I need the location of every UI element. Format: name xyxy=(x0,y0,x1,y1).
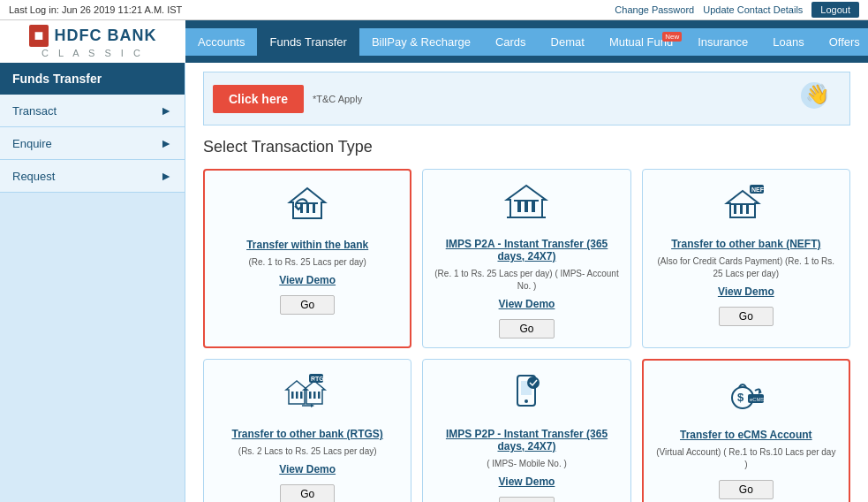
sidebar-item-enquire[interactable]: Enquire ► xyxy=(0,127,185,160)
svg-rect-10 xyxy=(532,202,535,212)
imps-p2p-desc: ( IMPS- Mobile No. ) xyxy=(487,458,567,470)
svg-rect-8 xyxy=(517,202,521,212)
bank-name: HDFC BANK xyxy=(54,27,156,45)
nav-bar: Accounts Funds Transfer BillPay & Rechar… xyxy=(185,28,868,56)
imps-p2p-icon xyxy=(503,374,549,419)
top-bar-right: Change Password Update Contact Details L… xyxy=(615,2,859,18)
tx-card-imps-p2p[interactable]: IMPS P2P - Instant Transfer (365 days, 2… xyxy=(422,359,630,502)
rtgs-go-button[interactable]: Go xyxy=(280,484,335,502)
imps-p2a-view-demo[interactable]: View Demo xyxy=(499,298,555,310)
promo-banner: Click here *T&C Apply 👋 xyxy=(203,72,850,126)
svg-text:NEFT: NEFT xyxy=(751,186,768,193)
svg-rect-17 xyxy=(740,205,743,214)
rtgs-view-demo[interactable]: View Demo xyxy=(279,463,336,475)
nav-loans[interactable]: Loans xyxy=(760,28,816,56)
logo-classic: C L A S S I C xyxy=(42,48,144,58)
nav-mutual-fund[interactable]: Mutual Fund New xyxy=(597,28,685,56)
rtgs-desc: (Rs. 2 Lacs to Rs. 25 Lacs per day) xyxy=(238,445,377,458)
change-password-link[interactable]: Change Password xyxy=(615,4,694,15)
last-login: Last Log in: Jun 26 2019 11:21 A.M. IST xyxy=(9,4,182,15)
tx-card-imps-p2a[interactable]: IMPS P2A - Instant Transfer (365 days, 2… xyxy=(422,169,630,348)
tx-card-neft[interactable]: NEFT Transfer to other bank (NEFT) (Also… xyxy=(642,169,850,348)
ecms-title[interactable]: Transfer to eCMS Account xyxy=(680,429,812,441)
banner-icon: 👋 xyxy=(796,78,841,119)
svg-rect-28 xyxy=(313,392,316,399)
section-title: Select Transaction Type xyxy=(203,138,850,156)
svg-rect-9 xyxy=(525,202,528,212)
ecms-icon: $ eCMS xyxy=(723,375,769,420)
svg-rect-18 xyxy=(746,205,749,214)
update-contact-link[interactable]: Update Contact Details xyxy=(703,4,803,15)
tx-card-rtgs[interactable]: RTGS Transfer to xyxy=(203,359,411,502)
transaction-grid: Transfer within the bank (Re. 1 to Rs. 2… xyxy=(203,169,850,502)
svg-text:$: $ xyxy=(737,391,744,404)
ecms-go-button[interactable]: Go xyxy=(719,480,774,499)
new-badge: New xyxy=(662,32,682,42)
rtgs-title[interactable]: Transfer to other bank (RTGS) xyxy=(231,428,382,440)
content-area: Click here *T&C Apply 👋 Select Transacti… xyxy=(185,63,868,502)
sidebar-item-transact[interactable]: Transact ► xyxy=(0,95,185,127)
sidebar-item-request[interactable]: Request ► xyxy=(0,160,185,193)
svg-rect-25 xyxy=(300,392,303,399)
header: ■ HDFC BANK C L A S S I C Accounts Funds… xyxy=(0,20,868,63)
svg-text:eCMS: eCMS xyxy=(750,397,765,402)
within-bank-desc: (Re. 1 to Rs. 25 Lacs per day) xyxy=(248,256,366,269)
neft-desc: (Also for Credit Cards Payment) (Re. 1 t… xyxy=(653,255,839,280)
arrow-icon: ► xyxy=(160,169,172,183)
imps-p2a-desc: (Re. 1 to Rs. 25 Lacs per day) ( IMPS- A… xyxy=(434,268,619,293)
svg-rect-27 xyxy=(309,392,312,399)
within-bank-go-button[interactable]: Go xyxy=(280,295,335,315)
ecms-desc: (Virtual Account) ( Re.1 to Rs.10 Lacs p… xyxy=(654,446,838,471)
svg-rect-23 xyxy=(291,392,294,399)
svg-rect-6 xyxy=(297,202,318,204)
nav-demat[interactable]: Demat xyxy=(539,28,597,56)
within-bank-view-demo[interactable]: View Demo xyxy=(279,274,336,286)
nav-funds-transfer[interactable]: Funds Transfer xyxy=(257,28,359,56)
svg-rect-24 xyxy=(296,392,298,399)
neft-go-button[interactable]: Go xyxy=(719,307,774,326)
within-bank-title[interactable]: Transfer within the bank xyxy=(246,239,368,251)
neft-icon: NEFT xyxy=(723,184,769,229)
svg-text:👋: 👋 xyxy=(805,82,830,106)
nav-accounts[interactable]: Accounts xyxy=(185,28,257,56)
nav-offers[interactable]: Offers xyxy=(817,28,868,56)
svg-point-35 xyxy=(525,399,528,403)
main-layout: Funds Transfer Transact ► Enquire ► Requ… xyxy=(0,63,868,502)
svg-rect-3 xyxy=(300,204,303,213)
logo-top: ■ HDFC BANK xyxy=(29,25,157,47)
nav-insurance[interactable]: Insurance xyxy=(685,28,760,56)
logo-area: ■ HDFC BANK C L A S S I C xyxy=(0,20,185,63)
hdfc-logo-icon: ■ xyxy=(29,25,49,47)
arrow-icon: ► xyxy=(160,136,172,150)
neft-view-demo[interactable]: View Demo xyxy=(718,285,774,298)
imps-p2a-title[interactable]: IMPS P2A - Instant Transfer (365 days, 2… xyxy=(434,238,619,262)
rtgs-icon: RTGS xyxy=(284,374,330,419)
click-here-button[interactable]: Click here xyxy=(213,85,304,113)
nav-cards[interactable]: Cards xyxy=(483,28,539,56)
sidebar-title: Funds Transfer xyxy=(0,63,185,95)
svg-rect-5 xyxy=(313,204,315,213)
tx-card-within-bank[interactable]: Transfer within the bank (Re. 1 to Rs. 2… xyxy=(203,169,411,348)
sidebar: Funds Transfer Transact ► Enquire ► Requ… xyxy=(0,63,185,502)
banner-tc: *T&C Apply xyxy=(313,94,362,104)
neft-title[interactable]: Transfer to other bank (NEFT) xyxy=(671,238,820,250)
svg-point-34 xyxy=(527,376,540,389)
imps-p2a-icon xyxy=(503,184,549,229)
svg-rect-4 xyxy=(306,204,309,213)
svg-rect-11 xyxy=(514,200,539,202)
tx-card-ecms[interactable]: $ eCMS Transfer to eCMS Account (Virtual… xyxy=(642,359,850,502)
svg-rect-19 xyxy=(730,203,755,205)
imps-p2p-go-button[interactable]: Go xyxy=(499,497,554,502)
svg-rect-29 xyxy=(318,392,321,399)
imps-p2p-view-demo[interactable]: View Demo xyxy=(499,475,555,488)
imps-p2a-go-button[interactable]: Go xyxy=(499,319,554,338)
top-bar: Last Log in: Jun 26 2019 11:21 A.M. IST … xyxy=(0,0,868,20)
logout-button[interactable]: Logout xyxy=(811,2,859,18)
arrow-icon: ► xyxy=(160,103,172,118)
imps-p2p-title[interactable]: IMPS P2P - Instant Transfer (365 days, 2… xyxy=(434,428,619,453)
svg-rect-16 xyxy=(734,205,736,214)
nav-billpay[interactable]: BillPay & Recharge xyxy=(359,28,483,56)
within-bank-icon xyxy=(284,185,330,230)
